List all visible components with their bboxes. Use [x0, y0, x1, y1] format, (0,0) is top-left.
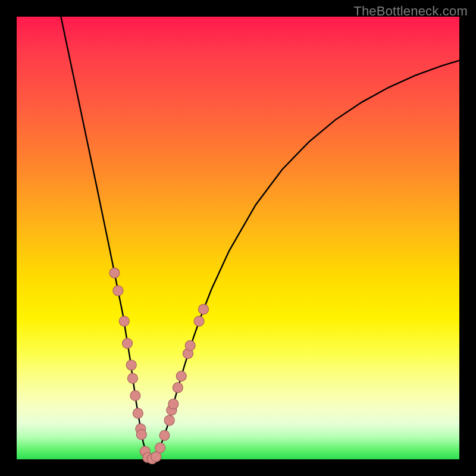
data-marker [136, 430, 146, 440]
marker-group [109, 268, 209, 464]
data-marker [133, 408, 143, 418]
data-marker [164, 415, 174, 425]
bottleneck-curve [61, 17, 459, 459]
data-marker [173, 383, 183, 393]
data-marker [130, 390, 140, 400]
data-marker [119, 316, 129, 326]
data-marker [194, 316, 204, 326]
chart-svg [17, 17, 459, 459]
watermark-text: TheBottleneck.com [353, 4, 468, 19]
data-marker [176, 371, 186, 381]
data-marker [198, 304, 208, 314]
data-marker [168, 399, 178, 409]
data-marker [185, 340, 195, 350]
data-marker [113, 286, 123, 296]
data-marker [123, 339, 133, 349]
data-marker [126, 360, 136, 370]
data-marker [109, 268, 120, 278]
data-marker [155, 443, 165, 453]
chart-plot-area [17, 17, 459, 459]
data-marker [159, 430, 170, 440]
data-marker [127, 373, 137, 383]
